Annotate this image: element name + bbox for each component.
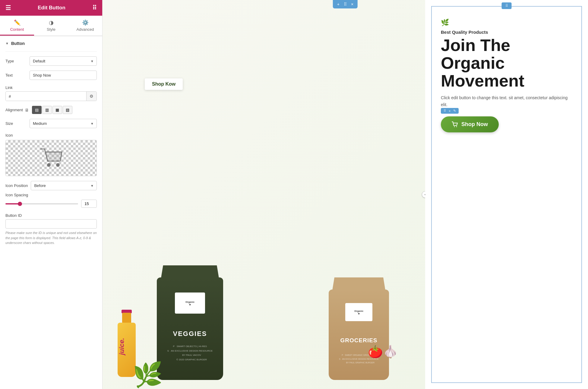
right-text-area: ⠿ 🌿 Best Quality Products Join The Organ… bbox=[431, 6, 582, 383]
heading-line3: Movement bbox=[441, 71, 524, 90]
slider-thumb[interactable] bbox=[18, 202, 22, 206]
advanced-tab-label: Advanced bbox=[77, 27, 94, 32]
top-close-button[interactable]: × bbox=[349, 1, 355, 7]
link-input[interactable] bbox=[6, 92, 86, 101]
hamburger-menu-icon[interactable]: ☰ bbox=[5, 4, 11, 11]
veggies-text: P SMART OBJECTS | HI-RES S AN EXCLUSIVE … bbox=[167, 344, 213, 362]
veggies-sublabel: ◉ bbox=[189, 303, 191, 306]
cart-btn-icon bbox=[452, 122, 458, 128]
advanced-tab-icon: ⚙️ bbox=[82, 19, 89, 26]
btn-ctrl-close-icon[interactable]: × bbox=[448, 109, 451, 113]
text-input[interactable] bbox=[30, 71, 97, 80]
type-select[interactable]: Default Info Success Warning Danger bbox=[30, 56, 97, 66]
button-id-note: Please make sure the ID is unique and no… bbox=[5, 230, 97, 245]
veggies-bag-body: Organic ◉ VEGGIES P SMART OBJECTS | HI-R… bbox=[157, 277, 223, 380]
icon-label: Icon bbox=[5, 133, 27, 138]
grid-icon[interactable]: ⠿ bbox=[92, 4, 97, 11]
svg-point-1 bbox=[56, 163, 60, 167]
divider bbox=[5, 51, 97, 52]
icon-position-select-wrapper: Before After ▼ bbox=[31, 181, 97, 190]
icon-position-select[interactable]: Before After bbox=[31, 181, 97, 190]
right-canvas: + ⠿ × Shop Kow juice. 🌿 bbox=[103, 0, 588, 389]
description-text: Click edit button to change this text. s… bbox=[441, 94, 572, 108]
icon-position-field-row: Icon Position Before After ▼ bbox=[5, 181, 97, 190]
best-quality-label: Best Quality Products bbox=[441, 30, 572, 35]
button-id-input[interactable] bbox=[5, 219, 97, 229]
leaf-decoration: 🌿 bbox=[441, 19, 572, 27]
button-id-row: Button ID Please make sure the ID is uni… bbox=[5, 213, 97, 245]
tab-advanced[interactable]: ⚙️ Advanced bbox=[68, 16, 102, 36]
tab-content[interactable]: ✏️ Content bbox=[0, 16, 34, 36]
heading-line2: Organic bbox=[441, 53, 505, 72]
veggies-decoration: 🍅🧄 bbox=[368, 345, 398, 359]
icon-spacing-slider[interactable] bbox=[5, 203, 78, 204]
section-title: Button bbox=[11, 41, 25, 46]
alignment-monitor-icon: 🖥 bbox=[25, 108, 29, 112]
size-field-row: Size Extra Small Small Medium Large Extr… bbox=[5, 119, 97, 128]
svg-point-2 bbox=[454, 126, 455, 127]
groceries-title: GROCERIES bbox=[340, 337, 377, 344]
align-justify-button[interactable]: ▧ bbox=[63, 106, 72, 114]
svg-point-3 bbox=[456, 126, 457, 127]
style-tab-label: Style bbox=[47, 27, 55, 32]
panel-header: ☰ Edit Button ⠿ bbox=[0, 0, 102, 16]
tab-style[interactable]: ◑ Style bbox=[34, 16, 68, 36]
style-tab-icon: ◑ bbox=[49, 19, 54, 26]
icon-spacing-row: Icon Spacing bbox=[5, 193, 97, 208]
canvas-page: Shop Kow juice. 🌿 Or bbox=[103, 0, 588, 389]
content-tab-icon: ✏️ bbox=[14, 19, 21, 26]
top-add-button[interactable]: + bbox=[335, 1, 341, 7]
alignment-label: Alignment 🖥 bbox=[5, 108, 30, 112]
shop-now-btn-controls: ⠿ × ✎ bbox=[441, 108, 459, 114]
alignment-buttons: ▤ ▥ ▦ ▧ bbox=[32, 106, 72, 114]
shop-now-button[interactable]: Shop Now bbox=[441, 116, 499, 132]
left-panel: ☰ Edit Button ⠿ ✏️ Content ◑ Style ⚙️ Ad… bbox=[0, 0, 103, 389]
groceries-bag-body: Organic ◉ GROCERIES P SWEET ORGANIC GROC… bbox=[329, 289, 389, 380]
size-select[interactable]: Extra Small Small Medium Large Extra Lar… bbox=[30, 119, 97, 128]
shop-kow-badge: Shop Kow bbox=[145, 78, 183, 90]
veggies-bag-label: Organic ◉ bbox=[175, 293, 205, 314]
align-center-button[interactable]: ▥ bbox=[42, 106, 52, 114]
link-input-wrapper: ⚙ bbox=[5, 91, 97, 101]
panel-tabs: ✏️ Content ◑ Style ⚙️ Advanced bbox=[0, 16, 102, 36]
button-id-label: Button ID bbox=[5, 213, 22, 218]
bottle-neck bbox=[122, 313, 131, 323]
veggies-title: VEGGIES bbox=[173, 330, 207, 338]
groceries-organic-label: Organic bbox=[354, 310, 363, 312]
btn-ctrl-edit-icon[interactable]: ✎ bbox=[452, 109, 457, 113]
panel-title: Edit Button bbox=[38, 5, 65, 11]
top-move-button[interactable]: ⠿ bbox=[342, 1, 349, 7]
heading-line1: Join The bbox=[441, 36, 510, 55]
groceries-bag-label: Organic ◉ bbox=[345, 303, 372, 321]
icon-spacing-label: Icon Spacing bbox=[5, 193, 97, 197]
shop-now-btn-wrapper: ⠿ × ✎ Shop Now bbox=[441, 116, 499, 132]
link-settings-button[interactable]: ⚙ bbox=[86, 92, 96, 101]
panel-body: ▼ Button Type Default Info Success Warni… bbox=[0, 36, 102, 389]
right-panel-controls: ⠿ bbox=[502, 2, 512, 9]
content-tab-label: Content bbox=[10, 27, 24, 32]
cart-icon-svg bbox=[39, 147, 63, 169]
content-section: Shop Kow juice. 🌿 Or bbox=[103, 0, 588, 389]
right-panel-move-button[interactable]: ⠿ bbox=[504, 3, 509, 8]
svg-point-0 bbox=[47, 163, 51, 167]
link-label: Link bbox=[5, 85, 13, 90]
collapse-side-button[interactable]: ‹ bbox=[422, 191, 425, 198]
icon-label-row: Icon bbox=[5, 133, 97, 138]
align-left-button[interactable]: ▤ bbox=[32, 106, 42, 114]
groceries-bag: Organic ◉ GROCERIES P SWEET ORGANIC GROC… bbox=[329, 277, 389, 380]
align-right-button[interactable]: ▦ bbox=[52, 106, 62, 114]
section-header-button[interactable]: ▼ Button bbox=[5, 41, 97, 46]
veggies-bag: Organic ◉ VEGGIES P SMART OBJECTS | HI-R… bbox=[157, 265, 223, 380]
btn-ctrl-grid-icon[interactable]: ⠿ bbox=[443, 109, 447, 113]
bottle-label: juice. bbox=[118, 338, 126, 355]
groceries-sublabel: ◉ bbox=[358, 312, 360, 315]
size-label: Size bbox=[5, 121, 27, 126]
veggies-organic-label: Organic bbox=[185, 301, 194, 303]
text-label: Text bbox=[5, 73, 27, 77]
type-field-row: Type Default Info Success Warning Danger… bbox=[5, 56, 97, 66]
icon-preview[interactable] bbox=[5, 140, 97, 176]
alignment-field-row: Alignment 🖥 ▤ ▥ ▦ ▧ bbox=[5, 106, 97, 114]
icon-spacing-input[interactable] bbox=[81, 200, 97, 208]
herb-decoration: 🌿 bbox=[133, 361, 163, 389]
link-field-row: Link ⚙ bbox=[5, 85, 97, 101]
